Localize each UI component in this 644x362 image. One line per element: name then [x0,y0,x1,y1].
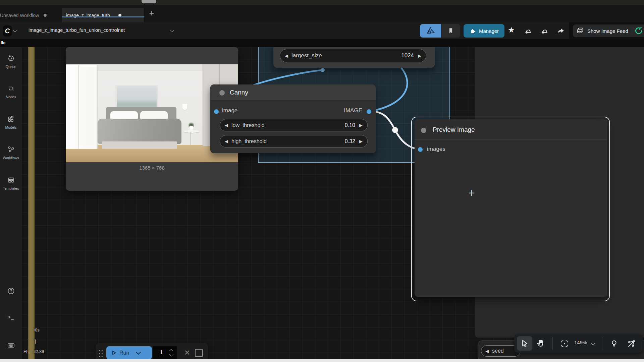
header-divider [415,139,607,140]
low-threshold-widget[interactable]: ◀ low_threshold 0.10 ▶ [220,119,368,131]
increment-arrow-icon[interactable]: ▶ [359,139,363,144]
resize-node[interactable]: ◀ largest_size 1024 ▶ [273,45,435,68]
sidebar-item-label: Models [0,125,22,129]
origami-crane-icon [426,26,436,36]
manager-button[interactable]: Manager [464,24,504,38]
left-sidebar: Queue Nodes Models Workflows Templates [0,47,22,359]
run-options-chevron-icon[interactable] [136,350,141,355]
decrement-arrow-icon[interactable]: ◀ [285,53,288,58]
models-shapes-icon [7,115,15,123]
sidebar-item-shortcuts[interactable] [0,341,22,351]
decrement-arrow-icon[interactable]: ◀ [485,349,489,354]
nodes-link-icon [7,84,15,93]
widget-value[interactable]: 0.10 [345,122,355,128]
window-frame [78,65,79,149]
toolbar-divider [552,337,553,350]
bookmark-button[interactable] [441,24,460,38]
node-title: Canny [230,89,248,96]
images-input-socket[interactable] [418,147,423,152]
play-icon [111,350,117,356]
toggle-links-icon[interactable] [627,339,636,348]
image-size-caption: 1365 × 768 [66,165,238,171]
workflow-tab-bar: Unsaved Workflow image_z_image_turb... [0,5,644,23]
widget-label: low_threshold [231,122,265,128]
pan-hand-tool-icon[interactable] [536,339,545,348]
canny-node[interactable]: Canny image IMAGE ◀ low_threshold 0.10 ▶… [210,84,376,153]
collapse-dot[interactable] [421,128,426,133]
cancel-button[interactable]: × [180,346,194,360]
tab-unsaved-workflow[interactable]: Unsaved Workflow [0,8,62,22]
sidebar-item-help[interactable] [0,287,22,296]
toolbar-divider [602,337,602,350]
new-tab-button[interactable]: + [147,8,157,18]
copilot-button[interactable] [420,24,441,38]
plant-pot [190,126,193,130]
decrement-arrow-icon[interactable]: ◀ [225,139,228,144]
share-arrow-icon[interactable] [556,27,565,36]
comfyui-app: 0.00s 7 [7] 16 FPS:62.89 ◀ largest_size … [0,0,644,362]
largest-size-widget[interactable]: ◀ largest_size 1024 ▶ [280,49,426,62]
comfyui-logo[interactable]: C [3,25,12,37]
widget-label: seed [492,348,504,354]
terminal-prompt-icon: >_ [8,314,14,320]
side-table-leg [191,132,191,145]
sidebar-item-queue[interactable]: Queue [0,54,22,69]
increment-arrow-icon[interactable]: ▶ [418,53,421,58]
sidebar-item-terminal[interactable]: >_ [0,314,22,320]
preview-image-node[interactable]: Preview Image images + [415,119,607,297]
batch-count-value: 1 [160,350,163,356]
decrement-arrow-icon[interactable]: ◀ [225,123,228,128]
widget-value[interactable]: 1024 [401,52,414,59]
run-label: Run [119,350,129,356]
collapse-dot[interactable] [219,90,225,96]
plus-icon: + [149,8,154,18]
browser-top-strip [0,0,644,5]
input-label: image [222,107,237,114]
show-image-feed-button[interactable]: Show Image Feed [573,24,644,37]
lightbulb-icon[interactable] [609,339,619,348]
bed-base [102,141,177,149]
sidebar-item-workflows[interactable]: Workflows [0,145,22,160]
widget-value[interactable]: 0.32 [345,138,355,144]
keyboard-icon [7,341,15,349]
memory-cleanup-icon[interactable] [524,27,533,36]
workflow-chevron-down-icon[interactable] [170,28,174,33]
memory-cleanup-icon[interactable] [540,27,549,36]
sidebar-item-label: Templates [0,186,22,190]
zoom-level-label[interactable]: 149% [574,340,587,345]
cursor-tool-icon[interactable] [520,339,529,348]
show-image-feed-label: Show Image Feed [587,28,628,34]
menu-chevron-down-icon[interactable] [13,28,17,32]
sidebar-item-nodes[interactable]: Nodes [0,84,22,99]
canny-node-header[interactable]: Canny [210,84,376,101]
workflow-title[interactable]: image_z_image_turbo_fun_union_controlnet [29,27,125,33]
decrement-chevron-icon[interactable] [169,352,173,357]
run-button[interactable]: Run [106,346,152,359]
stop-button[interactable] [195,349,203,357]
fit-view-icon[interactable] [560,339,569,348]
image-feed-icon [576,27,584,35]
bookmark-icon [447,27,454,35]
sidebar-item-templates[interactable]: Templates [0,176,22,190]
sidebar-item-label: Workflows [0,156,22,160]
batch-count-input[interactable]: 1 [153,346,177,359]
templates-layout-icon [7,176,15,184]
favorite-star-icon[interactable]: ★ [508,25,515,35]
feed-refresh-icon [634,26,643,35]
image-input-socket[interactable] [214,109,219,114]
queue-history-icon [7,54,15,62]
node-title: Preview Image [433,126,475,133]
high-threshold-widget[interactable]: ◀ high_threshold 0.32 ▶ [220,135,368,147]
window-bottom-edge [0,359,644,362]
input-label: images [427,146,445,153]
puzzle-piece-icon [469,27,476,35]
tab-active-workflow[interactable]: image_z_image_turb... [62,8,144,22]
help-question-icon [7,287,15,295]
increment-arrow-icon[interactable]: ▶ [359,123,363,128]
image-output-socket[interactable] [367,109,371,114]
drag-handle[interactable] [99,350,103,358]
duvet [98,119,181,144]
app-header: C image_z_image_turbo_fun_union_controln… [0,22,644,39]
side-table-top [184,130,199,133]
sidebar-item-models[interactable]: Models [0,115,22,129]
